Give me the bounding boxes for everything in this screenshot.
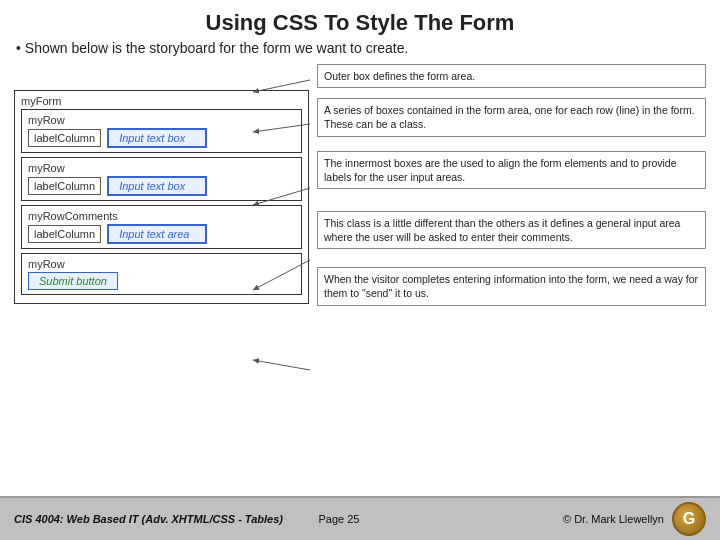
form-row-3: myRowComments labelColumn Input text are… bbox=[21, 205, 302, 249]
form-row-1: myRow labelColumn Input text box bbox=[21, 109, 302, 153]
annotation-2: A series of boxes contained in the form … bbox=[317, 98, 706, 136]
row2-label: myRow bbox=[28, 162, 295, 174]
row2-input: Input text box bbox=[107, 176, 207, 196]
form-storyboard: myForm myRow labelColumn Input text box … bbox=[14, 60, 309, 494]
form-row-2: myRow labelColumn Input text box bbox=[21, 157, 302, 201]
form-outer-box: myForm myRow labelColumn Input text box … bbox=[14, 90, 309, 304]
page: Using CSS To Style The Form • Shown belo… bbox=[0, 0, 720, 540]
form-outer-label: myForm bbox=[21, 95, 302, 107]
footer-center: Page 25 bbox=[299, 513, 379, 525]
page-title: Using CSS To Style The Form bbox=[0, 0, 720, 40]
annotation-3: The innermost boxes are the used to alig… bbox=[317, 151, 706, 189]
row2-label-column: labelColumn bbox=[28, 177, 101, 195]
form-row-4: myRow Submit button bbox=[21, 253, 302, 295]
row4-label: myRow bbox=[28, 258, 295, 270]
footer: CIS 4004: Web Based IT (Adv. XHTML/CSS -… bbox=[0, 496, 720, 540]
row3-label-column: labelColumn bbox=[28, 225, 101, 243]
footer-right: © Dr. Mark Llewellyn bbox=[379, 513, 664, 525]
row2-inner: labelColumn Input text box bbox=[28, 176, 295, 196]
row4-submit: Submit button bbox=[28, 272, 118, 290]
annotation-5: When the visitor completes entering info… bbox=[317, 267, 706, 305]
annotations-panel: Outer box defines the form area. A serie… bbox=[317, 60, 706, 494]
footer-logo: G bbox=[672, 502, 706, 536]
row4-inner: Submit button bbox=[28, 272, 295, 290]
row1-input: Input text box bbox=[107, 128, 207, 148]
footer-left: CIS 4004: Web Based IT (Adv. XHTML/CSS -… bbox=[14, 513, 299, 525]
row3-label: myRowComments bbox=[28, 210, 295, 222]
row1-label-column: labelColumn bbox=[28, 129, 101, 147]
subtitle: • Shown below is the storyboard for the … bbox=[0, 40, 720, 60]
row3-inner: labelColumn Input text area bbox=[28, 224, 295, 244]
row1-inner: labelColumn Input text box bbox=[28, 128, 295, 148]
row1-label: myRow bbox=[28, 114, 295, 126]
annotation-4: This class is a little different than th… bbox=[317, 211, 706, 249]
annotation-1: Outer box defines the form area. bbox=[317, 64, 706, 88]
row3-input: Input text area bbox=[107, 224, 207, 244]
